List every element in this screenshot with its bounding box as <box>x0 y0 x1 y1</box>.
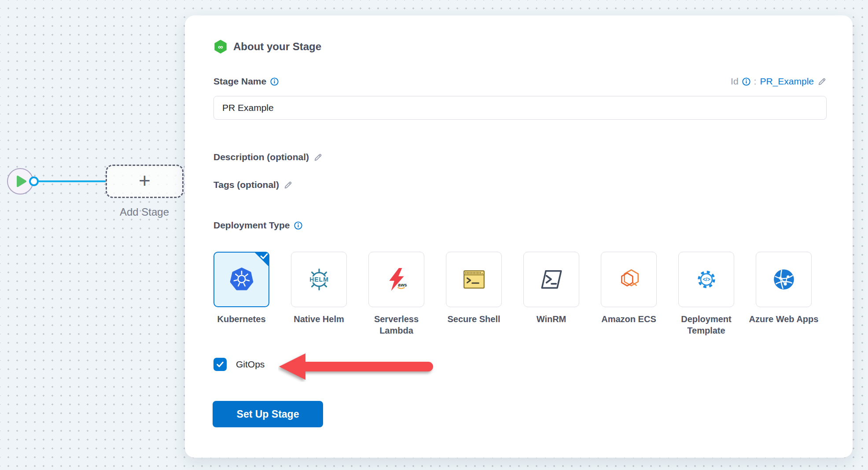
gitops-checkbox[interactable] <box>213 358 227 371</box>
deployment-option-label: Secure Shell <box>434 313 514 325</box>
svg-text:∞: ∞ <box>218 43 223 51</box>
description-label: Description (optional) <box>213 152 309 162</box>
info-icon[interactable] <box>742 77 750 86</box>
deployment-template-card[interactable]: </> <box>678 252 734 307</box>
deployment-template-icon: </> <box>694 267 719 292</box>
deployment-type-label: Deployment Type <box>213 220 290 231</box>
secure-shell-icon <box>461 267 487 292</box>
edit-description-pencil-icon[interactable] <box>313 153 323 162</box>
serverless-lambda-card[interactable]: aws <box>368 252 424 307</box>
kubernetes-icon <box>229 267 254 292</box>
play-icon <box>16 175 27 187</box>
deployment-option-azure-web-apps: Azure Web Apps <box>756 252 812 336</box>
deployment-option-label: Native Helm <box>280 313 359 325</box>
amazon-ecs-icon <box>616 267 642 292</box>
deployment-option-secure-shell: Secure Shell <box>446 252 502 336</box>
id-separator: : <box>754 76 757 87</box>
deployment-option-label: Serverless Lambda <box>357 313 436 336</box>
panel-title: About your Stage <box>233 40 321 53</box>
red-arrow-annotation <box>278 352 438 382</box>
svg-text:aws: aws <box>398 282 407 287</box>
set-up-stage-button[interactable]: Set Up Stage <box>213 401 323 427</box>
deployment-option-amazon-ecs: Amazon ECS <box>601 252 657 336</box>
info-icon[interactable] <box>270 77 279 86</box>
plus-icon: + <box>139 170 151 191</box>
tags-row: Tags (optional) <box>213 180 293 190</box>
secure-shell-card[interactable] <box>446 252 502 307</box>
deployment-type-cards: Kubernetes <box>213 252 812 336</box>
tags-label: Tags (optional) <box>213 180 279 190</box>
selected-check-icon <box>254 252 269 268</box>
gitops-row: GitOps <box>213 358 265 371</box>
edit-id-pencil-icon[interactable] <box>817 77 827 86</box>
deployment-option-label: Amazon ECS <box>589 313 669 325</box>
stage-name-input[interactable] <box>213 96 827 120</box>
winrm-icon <box>539 267 564 292</box>
winrm-card[interactable] <box>523 252 579 307</box>
panel-header: ∞ About your Stage <box>213 40 321 54</box>
add-stage-label: Add Stage <box>100 206 188 218</box>
id-value: PR_Example <box>760 76 814 87</box>
amazon-ecs-card[interactable] <box>601 252 657 307</box>
deployment-option-kubernetes: Kubernetes <box>213 252 269 336</box>
kubernetes-card[interactable] <box>213 252 269 307</box>
svg-text:</>: </> <box>702 276 710 283</box>
deployment-option-native-helm: HELM Native Helm <box>291 252 347 336</box>
edit-tags-pencil-icon[interactable] <box>283 180 293 190</box>
deployment-option-serverless-lambda: aws Serverless Lambda <box>368 252 424 336</box>
info-icon[interactable] <box>294 221 302 230</box>
helm-icon: HELM <box>306 267 332 292</box>
deployment-option-label: Kubernetes <box>202 313 281 325</box>
connector-line <box>38 180 106 182</box>
deployment-option-winrm: WinRM <box>523 252 579 336</box>
deployment-option-label: Deployment Template <box>667 313 746 336</box>
check-icon <box>215 360 225 369</box>
azure-web-apps-icon <box>771 267 797 292</box>
deployment-type-row: Deployment Type <box>213 220 302 231</box>
stage-name-label-group: Stage Name <box>213 76 279 87</box>
connector-port-dot <box>29 176 39 186</box>
stage-name-label: Stage Name <box>213 76 266 87</box>
deployment-option-label: Azure Web Apps <box>744 313 824 325</box>
svg-text:HELM: HELM <box>309 276 329 283</box>
serverless-lambda-icon: aws <box>384 267 409 292</box>
description-row: Description (optional) <box>213 152 323 162</box>
deployment-option-label: WinRM <box>512 313 591 325</box>
stage-id-group: Id : PR_Example <box>731 76 827 87</box>
azure-web-apps-card[interactable] <box>756 252 812 307</box>
id-label: Id <box>731 76 739 87</box>
native-helm-card[interactable]: HELM <box>291 252 347 307</box>
gitops-label[interactable]: GitOps <box>236 359 265 370</box>
stage-name-row: Stage Name Id : PR_Example <box>213 76 827 87</box>
about-your-stage-panel: ∞ About your Stage Stage Name Id : PR_Ex… <box>185 15 853 458</box>
add-stage-button[interactable]: + <box>106 165 184 198</box>
deployment-option-deployment-template: </> Deployment Template <box>678 252 734 336</box>
cd-stage-icon: ∞ <box>213 40 228 54</box>
